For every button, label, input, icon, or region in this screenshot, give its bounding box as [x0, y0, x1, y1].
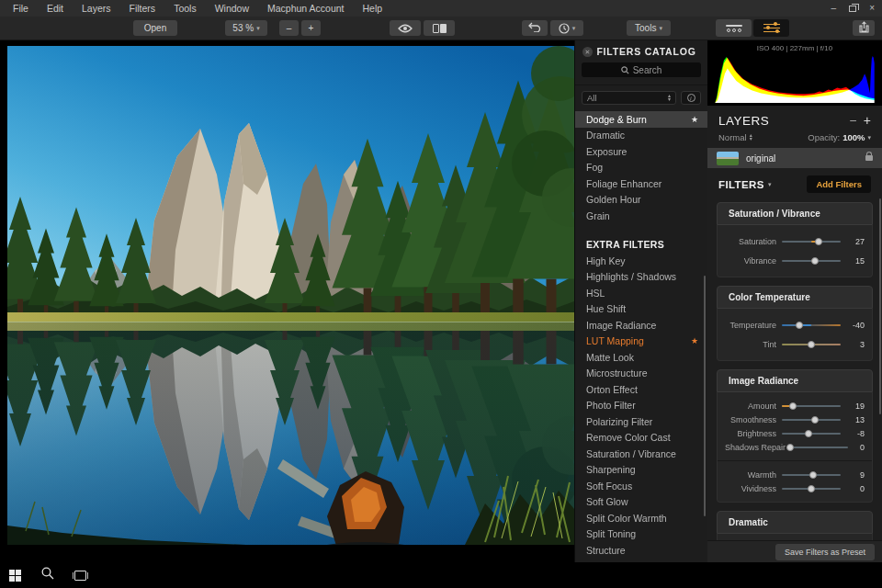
blend-mode-dropdown[interactable]: Normal ▴▾ — [718, 132, 752, 142]
task-view-icon[interactable] — [74, 571, 86, 581]
slider-tint[interactable] — [782, 340, 841, 348]
catalog-item-split-toning[interactable]: Split Toning — [575, 526, 707, 543]
slider-vibrance[interactable] — [782, 256, 841, 265]
star-icon[interactable]: ★ — [691, 115, 698, 124]
catalog-item-foliage-enhancer[interactable]: Foliage Enhancer — [575, 175, 707, 192]
filter-card-title[interactable]: Color Temperature — [717, 286, 873, 309]
opacity-dropdown[interactable]: Opacity: 100% ▾ — [808, 132, 871, 142]
catalog-item-remove-color-cast[interactable]: Remove Color Cast — [575, 430, 707, 447]
restore-icon[interactable] — [849, 6, 856, 12]
filter-card-title[interactable]: Saturation / Vibrance — [717, 202, 873, 225]
menu-tools[interactable]: Tools — [164, 0, 206, 17]
catalog-item-fog[interactable]: Fog — [575, 160, 707, 176]
history-button[interactable]: ▾ — [550, 20, 583, 36]
lock-icon[interactable] — [865, 155, 873, 161]
search-input[interactable]: Search — [582, 62, 701, 77]
filter-card-title[interactable]: Image Radiance — [717, 369, 873, 392]
tools-dropdown[interactable]: Tools▾ — [627, 20, 671, 36]
slider-track[interactable] — [789, 447, 848, 448]
slider-brightness[interactable] — [782, 429, 841, 437]
star-icon[interactable]: ★ — [691, 336, 698, 345]
catalog-item-microstructure[interactable]: Microstructure — [575, 366, 707, 382]
open-button[interactable]: Open — [133, 20, 177, 36]
menu-layers[interactable]: Layers — [73, 0, 120, 17]
catalog-item-hsl[interactable]: HSL — [575, 285, 707, 301]
windows-start-icon[interactable] — [9, 570, 21, 582]
catalog-item-hue-shift[interactable]: Hue Shift — [575, 301, 707, 318]
menu-edit[interactable]: Edit — [38, 0, 73, 17]
add-filters-button[interactable]: Add Filters — [807, 175, 871, 193]
close-button[interactable]: × — [869, 0, 875, 17]
save-filters-as-preset-button[interactable]: Save Filters as Preset — [775, 544, 875, 560]
slider-knob[interactable] — [786, 444, 794, 451]
share-button[interactable] — [853, 20, 875, 36]
catalog-item-image-radiance[interactable]: Image Radiance — [575, 317, 707, 334]
catalog-item-orton-effect[interactable]: Orton Effect — [575, 381, 707, 398]
catalog-item-high-key[interactable]: High Key — [575, 253, 707, 269]
slider-knob[interactable] — [805, 430, 812, 437]
zoom-level-dropdown[interactable]: 53 %▾ — [225, 20, 267, 36]
info-button[interactable]: i — [681, 91, 701, 105]
catalog-item-saturation-vibrance[interactable]: Saturation / Vibrance — [575, 446, 707, 462]
photo-canvas[interactable] — [7, 46, 574, 545]
slider-saturation[interactable] — [782, 237, 841, 245]
catalog-item-lut-mapping[interactable]: LUT Mapping★ — [575, 334, 707, 350]
slider-amount[interactable] — [782, 401, 841, 410]
slider-group: Saturation27Vibrance15 — [718, 225, 872, 277]
category-select[interactable]: All ▴▾ — [582, 91, 676, 105]
exif-caption: ISO 400 | 227mm | f/10 — [707, 40, 882, 52]
menu-window[interactable]: Window — [206, 0, 258, 17]
catalog-item-golden-hour[interactable]: Golden Hour — [575, 192, 707, 209]
catalog-item-soft-focus[interactable]: Soft Focus — [575, 478, 707, 494]
filters-panel-toggle[interactable] — [753, 19, 789, 37]
slider-track[interactable] — [782, 324, 841, 326]
slider-smoothness[interactable] — [782, 415, 841, 424]
filter-card-title[interactable]: Dramatic — [717, 511, 873, 534]
slider-knob[interactable] — [811, 257, 819, 265]
catalog-item-highlights-shadows[interactable]: Highlights / Shadows — [575, 269, 707, 286]
menu-help[interactable]: Help — [353, 0, 391, 17]
slider-row-amount: Amount19 — [725, 399, 865, 413]
close-icon[interactable]: ✕ — [582, 47, 593, 57]
slider-vividness[interactable] — [782, 484, 841, 492]
catalog-item-sharpening[interactable]: Sharpening — [575, 462, 707, 479]
zoom-out-button[interactable]: – — [279, 20, 299, 36]
add-layer-button[interactable]: + — [864, 113, 871, 128]
panel-scrollbar[interactable] — [879, 198, 881, 414]
menu-macphun-account[interactable]: Macphun Account — [258, 0, 353, 17]
undo-button[interactable] — [522, 20, 548, 36]
slider-knob[interactable] — [808, 341, 815, 348]
toolbar: Open 53 %▾ – + ▾ Tools▾ — [0, 17, 882, 40]
minimize-button[interactable]: – — [831, 0, 837, 17]
menu-file[interactable]: File — [0, 0, 38, 17]
slider-knob[interactable] — [796, 322, 803, 329]
catalog-item-dramatic[interactable]: Dramatic — [575, 128, 707, 144]
presets-panel-toggle[interactable] — [716, 19, 752, 37]
slider-warmth[interactable] — [782, 470, 841, 479]
slider-knob[interactable] — [815, 238, 822, 245]
slider-knob[interactable] — [811, 416, 819, 424]
catalog-item-exposure[interactable]: Exposure — [575, 143, 707, 160]
slider-knob[interactable] — [789, 402, 797, 410]
taskbar-search-icon[interactable] — [41, 567, 54, 583]
catalog-item-grain[interactable]: Grain — [575, 208, 707, 224]
slider-temperature[interactable] — [782, 321, 841, 329]
menu-filters[interactable]: Filters — [120, 0, 165, 17]
layer-row[interactable]: original — [707, 148, 882, 168]
preview-eye-button[interactable] — [390, 20, 421, 36]
catalog-item-structure[interactable]: Structure — [575, 542, 707, 559]
catalog-item-photo-filter[interactable]: Photo Filter — [575, 398, 707, 414]
slider-group: Warmth9Vividness0 — [718, 460, 872, 502]
slider-shadows-repair[interactable] — [789, 443, 848, 451]
catalog-item-split-color-warmth[interactable]: Split Color Warmth — [575, 510, 707, 526]
remove-layer-button[interactable]: – — [842, 114, 864, 127]
compare-button[interactable] — [424, 20, 455, 36]
slider-knob[interactable] — [808, 485, 815, 492]
slider-knob[interactable] — [809, 471, 817, 479]
catalog-item-soft-glow[interactable]: Soft Glow — [575, 494, 707, 511]
zoom-in-button[interactable]: + — [301, 20, 321, 36]
catalog-item-polarizing-filter[interactable]: Polarizing Filter — [575, 413, 707, 430]
catalog-scrollbar[interactable] — [704, 276, 706, 516]
catalog-item-dodge-burn[interactable]: Dodge & Burn★ — [575, 111, 707, 128]
catalog-item-matte-look[interactable]: Matte Look — [575, 349, 707, 366]
